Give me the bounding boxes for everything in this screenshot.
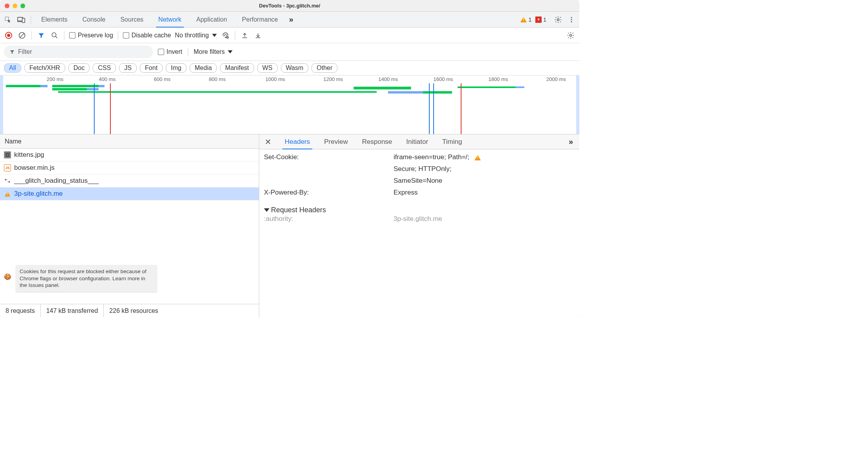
status-bar: 8 requests 147 kB transferred 226 kB res… — [0, 304, 259, 317]
titlebar: DevTools - 3pc.glitch.me/ — [0, 0, 579, 12]
svg-point-5 — [571, 19, 572, 20]
timeline-ticks: 200 ms 400 ms 600 ms 800 ms 1000 ms 1200… — [0, 75, 579, 84]
chevron-down-icon — [264, 208, 269, 212]
warning-icon — [520, 17, 527, 22]
chip-other[interactable]: Other — [311, 63, 337, 73]
request-name: kittens.jpg — [14, 151, 44, 159]
warning-icon[interactable] — [474, 155, 481, 160]
chip-media[interactable]: Media — [190, 63, 217, 73]
svg-point-11 — [570, 34, 572, 36]
record-button[interactable] — [4, 31, 13, 40]
header-row: SameSite=None — [264, 176, 575, 188]
inspect-element-icon[interactable] — [3, 15, 13, 24]
details-tab-headers[interactable]: Headers — [281, 134, 314, 149]
resource-type-chips: All Fetch/XHR Doc CSS JS Font Img Media … — [0, 61, 579, 75]
request-headers-section[interactable]: Request Headers — [264, 200, 575, 214]
request-details: ✕ Headers Preview Response Initiator Tim… — [259, 134, 579, 317]
download-har-icon[interactable] — [253, 31, 263, 40]
chip-doc[interactable]: Doc — [68, 63, 90, 73]
header-row: Set-Cookie: iframe-seen=true; Path=/; — [264, 153, 575, 164]
js-file-icon: JS — [4, 164, 11, 171]
tab-network[interactable]: Network — [153, 12, 187, 28]
main-tabsbar: Elements Console Sources Network Applica… — [0, 12, 579, 28]
invert-option[interactable]: Invert — [158, 48, 182, 55]
timeline-overview[interactable]: 200 ms 400 ms 600 ms 800 ms 1000 ms 1200… — [0, 75, 579, 134]
request-row[interactable]: ___glitch_loading_status___ — [0, 175, 259, 187]
invert-checkbox[interactable] — [158, 49, 164, 55]
search-icon[interactable] — [50, 31, 59, 40]
chip-manifest[interactable]: Manifest — [220, 63, 254, 73]
request-list: Name 🖼 kittens.jpg JS bowser.min.js ___g… — [0, 134, 259, 317]
request-row[interactable]: JS bowser.min.js — [0, 162, 259, 175]
disable-cache-option[interactable]: Disable cache — [123, 32, 171, 39]
window-title: DevTools - 3pc.glitch.me/ — [0, 3, 579, 9]
status-requests: 8 requests — [0, 304, 41, 317]
filter-toggle-icon[interactable] — [37, 31, 46, 40]
svg-point-6 — [571, 21, 572, 22]
chip-js[interactable]: JS — [119, 63, 137, 73]
request-row[interactable]: 3p-site.glitch.me — [0, 187, 259, 200]
chip-all[interactable]: All — [4, 63, 21, 73]
timeline-bars — [0, 85, 579, 97]
more-filters-dropdown[interactable]: More filters — [194, 48, 233, 55]
header-row: :authority: 3p-site.glitch.me — [264, 214, 575, 226]
device-toolbar-icon[interactable] — [16, 15, 26, 24]
tab-elements[interactable]: Elements — [36, 12, 73, 28]
upload-har-icon[interactable] — [240, 31, 249, 40]
network-conditions-icon[interactable] — [221, 31, 230, 40]
tab-performance[interactable]: Performance — [236, 12, 284, 28]
preserve-log-label: Preserve log — [78, 32, 113, 39]
header-value: iframe-seen=true; Path=/; — [394, 153, 575, 161]
settings-icon[interactable] — [553, 15, 563, 24]
image-file-icon: 🖼 — [4, 151, 11, 158]
kebab-menu-icon[interactable] — [567, 15, 576, 24]
request-name: 3p-site.glitch.me — [14, 190, 63, 198]
throttling-select[interactable]: No throttling — [175, 32, 216, 39]
headers-panel[interactable]: Set-Cookie: iframe-seen=true; Path=/; Se… — [259, 149, 579, 317]
tab-application[interactable]: Application — [191, 12, 233, 28]
details-tab-preview[interactable]: Preview — [320, 134, 352, 149]
column-header-name[interactable]: Name — [0, 134, 259, 149]
tab-sources[interactable]: Sources — [115, 12, 149, 28]
tab-console[interactable]: Console — [77, 12, 111, 28]
clear-button[interactable] — [17, 31, 27, 40]
errors-count: 1 — [543, 17, 546, 23]
details-tab-response[interactable]: Response — [358, 134, 396, 149]
caret-down-icon — [212, 34, 217, 37]
header-value: Express — [394, 189, 575, 197]
divider — [235, 31, 235, 40]
filter-input[interactable]: Filter — [4, 46, 153, 58]
svg-rect-2 — [22, 18, 25, 22]
preserve-log-checkbox[interactable] — [69, 32, 75, 39]
more-filters-label: More filters — [194, 48, 225, 55]
disable-cache-checkbox[interactable] — [123, 32, 129, 39]
timeline-handle-right[interactable] — [576, 75, 579, 134]
chip-img[interactable]: Img — [166, 63, 187, 73]
chip-css[interactable]: CSS — [93, 63, 116, 73]
cookie-icon: 🍪 — [4, 273, 11, 280]
throttling-value: No throttling — [175, 32, 209, 39]
svg-point-8 — [52, 33, 56, 37]
details-more-tabs[interactable]: » — [472, 137, 577, 146]
network-settings-icon[interactable] — [566, 31, 575, 40]
invert-label: Invert — [167, 48, 182, 55]
divider — [188, 48, 188, 56]
svg-point-3 — [557, 18, 559, 20]
errors-badge[interactable]: × 1 — [535, 17, 546, 23]
chip-ws[interactable]: WS — [257, 63, 278, 73]
filter-bar: Filter Invert More filters — [0, 43, 579, 61]
close-details-button[interactable]: ✕ — [262, 137, 275, 147]
status-resources: 226 kB resources — [104, 304, 164, 317]
details-tab-timing[interactable]: Timing — [438, 134, 466, 149]
more-tabs-button[interactable]: » — [288, 15, 294, 24]
section-label: Request Headers — [271, 206, 326, 214]
header-value: Secure; HTTPOnly; — [394, 165, 575, 173]
warnings-badge[interactable]: 1 — [520, 17, 531, 23]
details-tab-initiator[interactable]: Initiator — [402, 134, 432, 149]
preserve-log-option[interactable]: Preserve log — [69, 32, 113, 39]
chip-wasm[interactable]: Wasm — [281, 63, 309, 73]
request-row[interactable]: 🖼 kittens.jpg — [0, 149, 259, 162]
timeline-handle-left[interactable] — [0, 75, 3, 134]
chip-fetch-xhr[interactable]: Fetch/XHR — [24, 63, 65, 73]
chip-font[interactable]: Font — [140, 63, 163, 73]
